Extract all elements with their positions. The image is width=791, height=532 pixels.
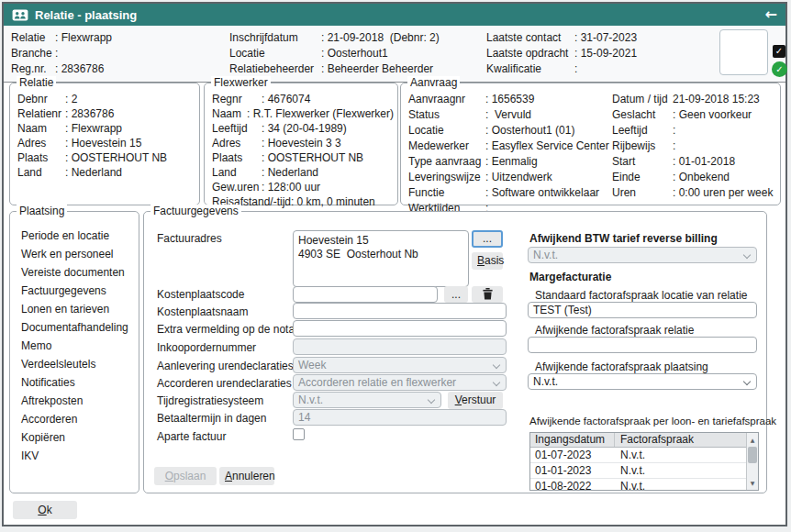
verstuur-button[interactable]: Verstuur: [448, 392, 503, 409]
sidebar-item-werk-en-personeel[interactable]: Werk en personeel: [10, 245, 139, 263]
kostenplaatsnaam-input[interactable]: [293, 303, 507, 319]
sidebar-item-documentafhandeling[interactable]: Documentafhandeling: [10, 318, 139, 337]
info-value: 21-09-2018 15:23: [673, 92, 760, 107]
factuuradres-textarea[interactable]: Hoevestein 15 4903 SE Oosterhout Nb: [293, 230, 469, 287]
sidebar-item-aftrekposten[interactable]: Aftrekposten: [10, 392, 139, 410]
sidebar-item-periode-en-locatie[interactable]: Periode en locatie: [10, 227, 139, 245]
panel-legend: Relatie: [17, 76, 56, 90]
info-label: Locatie: [408, 123, 485, 139]
info-value: :: [55, 46, 58, 61]
select-value: Week: [298, 359, 326, 371]
header-col-inschrijving: Inschrijfdatum: 21-09-2018 (Debnr: 2) Lo…: [229, 30, 440, 77]
sidebar-item-verdeelsleutels[interactable]: Verdeelsleutels: [10, 355, 139, 373]
scrollbar-up-icon[interactable]: ▲: [747, 434, 758, 446]
btw-select: N.v.t.: [528, 247, 757, 263]
annuleren-button[interactable]: Annuleren: [219, 467, 274, 485]
sidebar-item-lonen-en-tarieven[interactable]: Lonen en tarieven: [10, 300, 139, 318]
ok-button[interactable]: Ok: [13, 501, 77, 519]
info-row: Land: Nederland: [212, 165, 394, 180]
info-value: :: [673, 139, 675, 154]
info-value: : 4676074: [262, 92, 310, 106]
sidebar-item-kopieren[interactable]: Kopiëren: [10, 428, 139, 447]
accorderen-urendeclaraties-label: Accorderen urendeclaraties: [157, 377, 292, 390]
sidebar-item-vereiste-documenten[interactable]: Vereiste documenten: [10, 263, 139, 282]
header-summary: Relatie: Flexwrapp Branche: Reg.nr.: 283…: [4, 26, 785, 83]
info-row: Regnr: 4676074: [212, 92, 394, 106]
scrollbar-down-icon[interactable]: ▼: [747, 477, 758, 489]
info-value: : 15-09-2021: [574, 46, 637, 61]
info-value: : Eenmalig: [485, 154, 538, 170]
kostenplaatscode-browse-button[interactable]: ...: [444, 286, 468, 303]
info-row: Plaats: OOSTERHOUT NB: [17, 150, 195, 165]
tijdregistratie-label: Tijdregistratiesysteem: [157, 394, 263, 407]
sidebar-item-factuurgegevens[interactable]: Factuurgegevens: [10, 282, 139, 300]
factuuradres-browse-button[interactable]: ...: [472, 230, 503, 248]
info-row: Leeftijd:: [612, 123, 773, 139]
info-value: : Uitzendwerk: [485, 170, 552, 185]
info-row: Geslacht: Geen voorkeur: [612, 107, 773, 123]
info-label: Reg.nr.: [11, 61, 55, 77]
info-row: Naam: R.T. Flexwerker (Flexwerker): [212, 106, 394, 121]
info-value: : 1656539: [485, 92, 534, 107]
header-col-laatste: Laatste contact: 31-07-2023 Laatste opdr…: [486, 30, 637, 77]
tijdregistratie-select: N.v.t.: [293, 392, 441, 408]
table-row[interactable]: 01-01-2023 N.v.t.: [530, 463, 758, 479]
info-label: Start: [612, 154, 673, 170]
info-value: : 2836786: [65, 106, 114, 121]
table-header-row: Ingangsdatum Factorafspraak: [530, 433, 758, 448]
black-checkbox[interactable]: ✓: [773, 45, 785, 58]
table-scrollbar[interactable]: ▲ ▼: [746, 433, 758, 490]
info-value: : 2836786: [55, 61, 104, 77]
info-value: : Beheerder Beheerder: [321, 61, 433, 77]
table-cell: 01-08-2022: [530, 479, 615, 491]
info-row: Aanvraagnr: 1656539: [408, 92, 609, 107]
table-row[interactable]: 01-07-2023 N.v.t.: [530, 448, 758, 463]
info-label: Gew.uren: [212, 180, 262, 194]
info-label: Leveringswijze: [408, 170, 485, 185]
info-row: Medewerker: Easyflex Service Center: [408, 139, 609, 154]
aparte-factuur-label: Aparte factuur: [157, 430, 226, 443]
kostenplaatscode-delete-button[interactable]: [472, 286, 503, 303]
kostenplaatscode-label: Kostenplaatscode: [157, 288, 244, 301]
aparte-factuur-checkbox[interactable]: [293, 428, 305, 440]
info-label: Geslacht: [612, 107, 673, 123]
info-row: Relatienr: 2836786: [17, 106, 195, 121]
factuuradres-label: Factuuradres: [157, 232, 222, 245]
panel-legend: Factuurgegevens: [150, 205, 241, 218]
scrollbar-thumb[interactable]: [748, 447, 757, 463]
info-row: Relatiebeheerder: Beheerder Beheerder: [229, 61, 440, 77]
sidebar-item-ikv[interactable]: IKV: [10, 447, 139, 465]
info-value: : Onbekend: [673, 170, 730, 185]
contact-card-icon: [12, 9, 28, 21]
chevron-down-icon: [493, 379, 500, 386]
info-value: : Flexwrapp: [65, 121, 122, 136]
flexwerker-panel: Flexwerker Regnr: 4676074 Naam: R.T. Fle…: [204, 83, 398, 205]
info-label: Leeftijd: [212, 121, 262, 136]
afwijkende-relatie-input[interactable]: [528, 337, 757, 353]
info-row: Locatie: Oosterhout1 (01): [408, 123, 609, 139]
standaard-factorafspraak-input[interactable]: TEST (Test): [528, 302, 757, 318]
info-label: Naam: [212, 106, 247, 121]
button-label: Opslaan: [165, 467, 206, 485]
kostenplaatscode-input[interactable]: [293, 286, 438, 303]
accorderen-select: Accorderen relatie en flexwerker: [293, 374, 507, 391]
back-icon[interactable]: ←: [765, 5, 777, 25]
sidebar-item-memo[interactable]: Memo: [10, 337, 139, 355]
inkoopordernummer-label: Inkoopordernummer: [157, 341, 256, 354]
info-label: Aanvraagnr: [408, 92, 485, 107]
photo-placeholder[interactable]: [719, 29, 768, 75]
info-value: : Flexwrapp: [55, 30, 112, 46]
info-label: Branche: [11, 46, 55, 61]
basis-button[interactable]: Basis: [472, 252, 503, 270]
panel-legend: Aanvraag: [407, 76, 460, 90]
extra-vermelding-input[interactable]: [293, 320, 507, 337]
info-row: Laatste opdracht: 15-09-2021: [486, 46, 637, 61]
table-row[interactable]: 01-08-2022 N.v.t.: [530, 479, 758, 491]
info-row: Reg.nr.: 2836786: [11, 61, 112, 77]
info-label: Adres: [17, 136, 65, 150]
sidebar-item-accorderen[interactable]: Accorderen: [10, 410, 139, 428]
trash-icon: [483, 288, 493, 300]
sidebar-item-notificaties[interactable]: Notificaties: [10, 373, 139, 392]
info-value: : Oosterhout1: [321, 46, 388, 61]
afwijkende-plaatsing-select[interactable]: N.v.t.: [528, 373, 757, 390]
